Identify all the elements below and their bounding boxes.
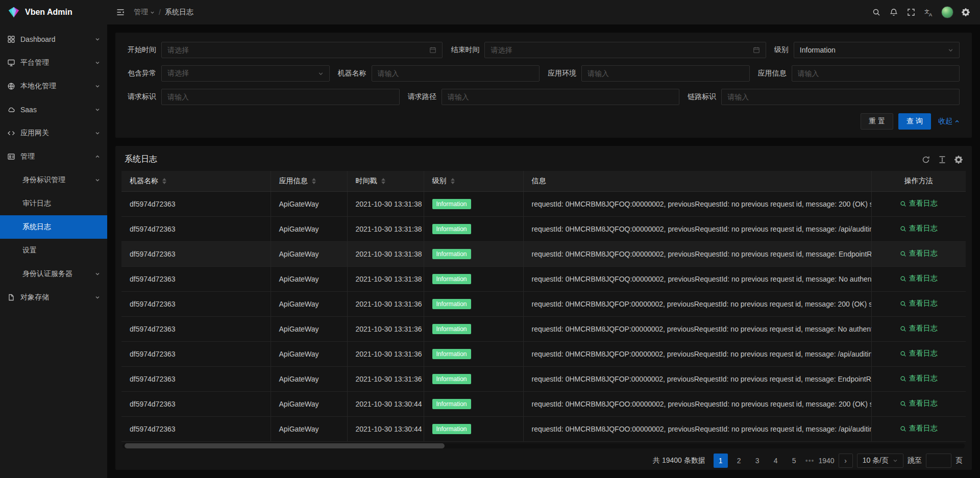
column-height-icon[interactable]	[938, 156, 946, 164]
sidebar-item-object-storage[interactable]: 对象存储	[0, 286, 107, 309]
breadcrumb-parent[interactable]: 管理	[134, 8, 155, 17]
page-button-last[interactable]: 1940	[818, 454, 834, 468]
field-app-info: 应用信息	[758, 65, 960, 82]
chevron-down-icon	[95, 37, 100, 42]
field-request-id: 请求标识	[128, 89, 400, 105]
sidebar-item-saas[interactable]: Saas	[0, 98, 107, 121]
page-button-5[interactable]: 5	[787, 454, 801, 468]
field-level: 级别 Information	[774, 42, 960, 58]
sidebar-item-label: 本地化管理	[20, 82, 95, 91]
page-button-1[interactable]: 1	[714, 454, 728, 468]
sidebar-item-platform[interactable]: 平台管理	[0, 51, 107, 74]
column-header-level[interactable]: 级别	[424, 171, 523, 191]
menu-fold-icon[interactable]	[114, 6, 127, 18]
sidebar-item-audit-log[interactable]: 审计日志	[0, 192, 107, 215]
sidebar-item-gateway[interactable]: 应用网关	[0, 121, 107, 145]
jump-page-input[interactable]	[926, 454, 951, 468]
cell-level: Information	[424, 266, 523, 291]
machine-name-input-inner[interactable]	[378, 69, 534, 78]
column-header-time[interactable]: 时间戳	[347, 171, 424, 191]
level-badge: Information	[432, 199, 471, 209]
trace-id-input-inner[interactable]	[727, 93, 953, 101]
machine-name-input[interactable]	[372, 65, 540, 82]
chevron-down-icon	[318, 71, 324, 77]
page-button-3[interactable]: 3	[750, 454, 765, 468]
main-area: 管理 / 系统日志 文A 开始时间	[107, 0, 980, 478]
request-path-input-inner[interactable]	[448, 93, 674, 101]
app-info-input-inner[interactable]	[798, 69, 954, 78]
view-log-link[interactable]: 查看日志	[900, 249, 938, 258]
view-log-link[interactable]: 查看日志	[900, 274, 938, 283]
field-request-path: 请求路径	[408, 89, 680, 105]
table-row: df5974d72363 ApiGateWay 2021-10-30 13:31…	[121, 366, 966, 391]
request-path-input[interactable]	[442, 89, 680, 105]
level-badge: Information	[432, 374, 471, 384]
chevron-down-icon	[95, 107, 100, 112]
chevron-down-icon	[95, 60, 100, 65]
avatar[interactable]	[941, 6, 953, 18]
column-header-app[interactable]: 应用信息	[271, 171, 347, 191]
cell-app: ApiGateWay	[271, 241, 347, 266]
start-time-input-inner[interactable]	[167, 46, 425, 54]
cell-action: 查看日志	[871, 416, 966, 441]
trace-id-input[interactable]	[721, 89, 960, 105]
page-button-4[interactable]: 4	[769, 454, 783, 468]
sort-icon	[312, 178, 316, 184]
collapse-link[interactable]: 收起	[938, 117, 960, 126]
has-exception-select[interactable]: 请选择	[161, 65, 330, 82]
logo[interactable]: Vben Admin	[0, 0, 107, 24]
next-page-button[interactable]: ›	[839, 454, 853, 468]
view-log-link[interactable]: 查看日志	[900, 224, 938, 233]
cell-action: 查看日志	[871, 216, 966, 241]
cell-action: 查看日志	[871, 316, 966, 341]
page-size-select[interactable]: 10 条/页	[857, 454, 903, 468]
sidebar-item-dashboard[interactable]: Dashboard	[0, 28, 107, 51]
sidebar-item-settings[interactable]: 设置	[0, 239, 107, 262]
column-header-machine[interactable]: 机器名称	[121, 171, 271, 191]
end-time-input[interactable]	[484, 42, 766, 58]
cell-level: Information	[424, 391, 523, 416]
sidebar-item-auth-server[interactable]: 身份认证服务器	[0, 262, 107, 286]
search-icon[interactable]	[869, 5, 884, 19]
cell-time: 2021-10-30 13:31:38	[347, 241, 424, 266]
settings-icon[interactable]	[959, 5, 973, 19]
translate-icon[interactable]: 文A	[921, 5, 936, 20]
view-log-link[interactable]: 查看日志	[900, 349, 938, 358]
app-env-input[interactable]	[581, 65, 750, 82]
view-log-link[interactable]: 查看日志	[900, 324, 938, 333]
level-badge: Information	[432, 274, 471, 284]
view-log-link[interactable]: 查看日志	[900, 374, 938, 383]
reset-button[interactable]: 重 置	[861, 113, 893, 130]
sidebar-item-management[interactable]: 管理	[0, 145, 107, 168]
request-id-input-inner[interactable]	[167, 93, 394, 101]
cell-time: 2021-10-30 13:31:38	[347, 191, 424, 216]
sidebar-item-identity-management[interactable]: 身份标识管理	[0, 168, 107, 192]
view-log-link[interactable]: 查看日志	[900, 299, 938, 308]
chevron-down-icon	[95, 178, 100, 183]
start-time-input[interactable]	[161, 42, 443, 58]
request-id-input[interactable]	[161, 89, 400, 105]
search-button[interactable]: 查 询	[898, 113, 931, 130]
app-info-input[interactable]	[792, 65, 960, 82]
refresh-icon[interactable]	[922, 156, 930, 164]
level-badge: Information	[432, 299, 471, 309]
app-env-input-inner[interactable]	[587, 69, 744, 78]
end-time-input-inner[interactable]	[491, 46, 748, 54]
scrollbar-thumb[interactable]	[125, 443, 445, 448]
sidebar-item-localization[interactable]: 本地化管理	[0, 74, 107, 98]
view-log-link[interactable]: 查看日志	[900, 424, 938, 433]
view-log-link[interactable]: 查看日志	[900, 399, 938, 408]
bell-icon[interactable]	[887, 5, 901, 19]
page-button-2[interactable]: 2	[732, 454, 746, 468]
pagination-ellipsis[interactable]: •••	[805, 457, 815, 465]
fullscreen-icon[interactable]	[904, 5, 918, 19]
cell-app: ApiGateWay	[271, 416, 347, 441]
view-log-link[interactable]: 查看日志	[900, 199, 938, 208]
sidebar-item-system-log[interactable]: 系统日志	[0, 215, 107, 239]
cell-machine: df5974d72363	[121, 216, 271, 241]
chevron-down-icon	[893, 458, 898, 463]
cell-action: 查看日志	[871, 291, 966, 316]
settings-icon[interactable]	[954, 156, 963, 164]
field-trace-id: 链路标识	[688, 89, 960, 105]
level-select[interactable]: Information	[794, 42, 960, 58]
